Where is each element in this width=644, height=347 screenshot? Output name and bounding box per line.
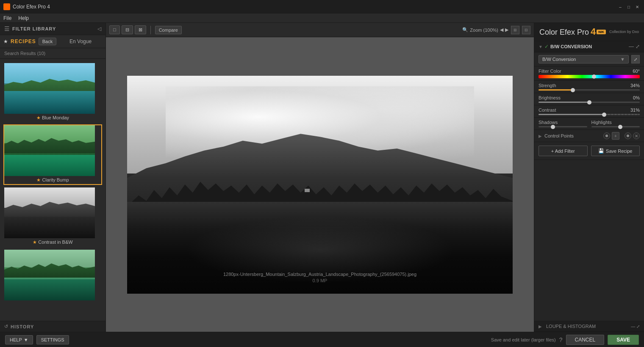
shadows-slider[interactable] [539,126,587,127]
help-button[interactable]: HELP ▼ [5,335,33,344]
nik-badge: NIK [597,30,606,34]
control-point-add[interactable] [603,132,610,139]
dual-view-button[interactable]: ⊠ [135,25,146,34]
hamburger-icon[interactable]: ☰ [4,25,10,32]
strength-thumb[interactable] [571,88,575,92]
center-area: □ ⊟ ⊠ Compare 🔍 Zoom (100%) ◀ ▶ ⊞ ⊟ [106,23,534,332]
save-later-text: Save and edit later (larger files) [491,337,556,342]
list-item[interactable] [3,249,102,309]
image-filesize: 0.9 MP [127,278,513,283]
single-view-button[interactable]: □ [109,25,120,34]
filter-color-label: Filter Color [539,69,561,74]
filter-enabled-check[interactable]: ✓ [544,44,549,50]
filter-color-thumb[interactable] [592,74,596,79]
thumbnail-label [4,300,101,308]
sidebar-collapse-icon[interactable]: ◁ [97,26,101,32]
contrast-label: Contrast [539,107,556,113]
shadows-thumb[interactable] [551,125,555,129]
highlights-thumb[interactable] [618,125,622,129]
save-recipe-button[interactable]: 💾 Save Recipe [591,146,640,156]
highlights-param: Highlights [591,120,640,127]
control-points-row: ▶ Control Points + ✕ [534,130,644,142]
right-panel-header: Color Efex Pro 4 NIK Collection by Dxo [534,23,644,41]
contrast-thumb[interactable] [602,113,606,117]
filter-library-label: FILTER LIBRARY [12,26,95,31]
compare-button[interactable]: Compare [155,26,182,34]
save-recipe-icon: 💾 [598,148,604,154]
contrast-slider[interactable] [539,114,640,115]
bw-conversion-header: ▼ ✓ B/W CONVERSION — ⤢ [534,41,644,52]
control-point-x[interactable]: ✕ [633,132,640,139]
thumbnail-image [4,250,95,300]
strength-value: 34% [630,83,640,88]
thumbnail-image [4,63,95,114]
section-expand-arrow[interactable]: ▼ [539,44,543,49]
filter-action-expand[interactable]: ⤢ [636,44,640,50]
app-title: Color Efex Pro [539,28,589,37]
menu-bar: File Help [0,14,644,23]
strength-slider[interactable] [539,89,640,91]
left-sidebar: ☰ FILTER LIBRARY ◁ ★ RECIPES Back En Vog… [0,23,106,332]
save-button[interactable]: SAVE [608,335,639,345]
bottom-help-icon[interactable]: ? [559,336,563,343]
history-icon: ↺ [4,324,8,329]
control-point-remove[interactable] [625,132,631,139]
cancel-button[interactable]: CANCEL [566,335,605,345]
minimize-button[interactable]: – [617,3,624,10]
zoom-left-arrow[interactable]: ◀ [500,27,503,33]
filter-header-actions: — ⤢ [629,44,640,50]
filter-color-value: 60° [633,69,640,74]
zoom-right-arrow[interactable]: ▶ [505,27,508,33]
zoom-info: 🔍 Zoom (100%) ◀ ▶ [462,27,508,33]
list-item[interactable]: ★ Contrast in B&W [3,187,102,247]
help-label: HELP [10,337,22,342]
loupe-histogram-label: LOUPE & HISTOGRAM [546,324,629,329]
dropdown-arrow: ▼ [620,57,625,62]
brightness-thumb[interactable] [587,100,591,105]
title-bar: Color Efex Pro 4 – □ ✕ [0,0,644,14]
thumbnail-label: ★ Blue Monday [4,114,101,122]
menu-file[interactable]: File [3,15,11,21]
view-fit-icon[interactable]: ⊞ [511,26,519,34]
recipes-label: RECIPES [11,39,36,44]
thumbnail-image [4,125,95,176]
toolbar: □ ⊟ ⊠ Compare 🔍 Zoom (100%) ◀ ▶ ⊞ ⊟ [106,23,534,37]
loupe-action-icons[interactable]: — ⤢ [631,324,640,329]
menu-help[interactable]: Help [18,15,29,21]
control-points-expand[interactable]: ▶ [539,134,542,138]
zoom-label: Zoom (100%) [470,28,498,33]
title-text: Color Efex Pro 4 [13,4,617,10]
control-point-plus[interactable]: + [612,132,619,140]
thumbnail-label: ★ Clarity Bump [4,176,101,184]
shadows-param: Shadows [539,120,587,127]
filter-library-header: ☰ FILTER LIBRARY ◁ [0,23,105,35]
filter-expand-button[interactable]: ⤢ [631,55,640,63]
view-mode-buttons: □ ⊟ ⊠ [109,25,146,34]
split-view-button[interactable]: ⊟ [122,25,133,34]
settings-button[interactable]: SETTINGS [36,335,69,344]
view-full-icon[interactable]: ⊟ [522,26,530,34]
contrast-value: 31% [630,107,640,113]
list-item[interactable]: ★ Clarity Bump [3,124,102,185]
brightness-slider[interactable] [539,102,640,103]
loupe-expand-arrow[interactable]: ▶ [539,324,542,329]
contrast-param: Contrast 31% [534,105,644,118]
filter-color-slider[interactable] [539,75,640,78]
filter-type-dropdown[interactable]: B/W Conversion ▼ [539,55,629,63]
highlights-slider[interactable] [591,126,640,127]
highlights-label: Highlights [591,120,612,125]
shadows-label: Shadows [539,120,558,125]
filter-section-title: B/W CONVERSION [550,44,627,49]
close-button[interactable]: ✕ [634,3,641,10]
en-vogue-label: En Vogue [59,39,102,44]
back-button[interactable]: Back [39,38,56,45]
history-section: ↺ HISTORY [0,321,105,332]
filter-dropdown-label: B/W Conversion [542,57,576,62]
maximize-button[interactable]: □ [625,3,632,10]
list-item[interactable]: ★ Blue Monday [3,62,102,123]
add-filter-button[interactable]: + Add Filter [539,146,588,156]
strength-param: Strength 34% [534,81,644,93]
right-panel: Color Efex Pro 4 NIK Collection by Dxo ▼… [534,23,644,332]
filter-action-minus[interactable]: — [629,44,634,50]
image-container: 1280px-Untersberg_Mountain_Salzburg_Aust… [127,76,513,294]
